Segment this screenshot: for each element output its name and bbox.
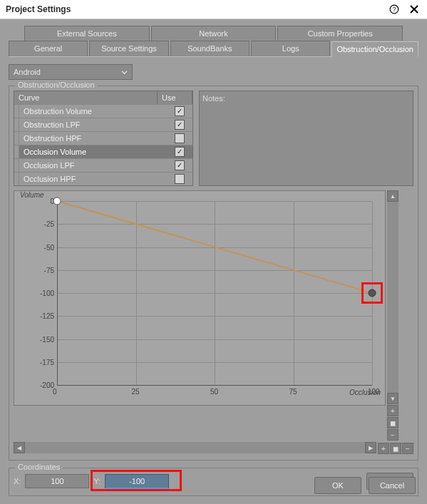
y-tick: -125	[40, 312, 54, 320]
y-tick: -100	[40, 289, 54, 297]
x-tick: 25	[132, 388, 140, 396]
section-legend: Obstruction/Occlusion	[15, 81, 98, 89]
y-tick: -175	[40, 359, 54, 366]
ok-button[interactable]: OK	[314, 477, 361, 494]
scroll-right-icon[interactable]: ▶	[365, 442, 376, 453]
cancel-button[interactable]: Cancel	[369, 477, 416, 494]
table-row[interactable]: Obstruction LPF	[14, 118, 192, 131]
row-handle[interactable]	[14, 159, 19, 172]
scroll-left-icon[interactable]: ◀	[14, 442, 25, 453]
y-axis-label: Volume	[20, 191, 44, 199]
use-checkbox[interactable]	[175, 160, 185, 170]
table-row[interactable]: Obstruction HPF	[14, 131, 192, 145]
scroll-down-icon[interactable]: ▼	[387, 393, 398, 404]
highlight-y-input	[91, 470, 182, 491]
x-tick: 75	[289, 388, 297, 396]
curve-graph[interactable]: VolumeOcclusion0-25-50-75-100-125-150-17…	[14, 190, 386, 406]
tab-external-sources[interactable]: External Sources	[24, 26, 150, 41]
close-icon[interactable]	[407, 2, 421, 16]
row-handle[interactable]	[14, 118, 19, 131]
x-tick: 50	[210, 388, 218, 396]
table-row[interactable]: Obstruction Volume	[14, 104, 192, 118]
obstruction-occlusion-section: Obstruction/Occlusion Curve Use Obstruct…	[9, 86, 418, 461]
zoom-out-h-icon[interactable]: −	[402, 443, 413, 454]
curve-name: Occlusion LPF	[19, 159, 167, 172]
table-row[interactable]: Occlusion Volume	[14, 145, 192, 158]
table-row[interactable]: Occlusion LPF	[14, 158, 192, 172]
tab-source-settings[interactable]: Source Settings	[89, 41, 168, 56]
y-tick: -150	[40, 336, 54, 344]
table-row[interactable]: Occlusion HPF	[14, 172, 192, 185]
notes-label: Notes:	[202, 94, 225, 103]
vscroll-track[interactable]	[387, 202, 398, 393]
help-icon[interactable]: ?	[387, 2, 401, 16]
chevron-down-icon	[121, 69, 128, 76]
scroll-up-icon[interactable]: ▲	[387, 190, 398, 202]
curve-table: Curve Use Obstruction VolumeObstruction …	[14, 91, 193, 186]
platform-dropdown-value: Android	[14, 68, 41, 76]
x-tick: 100	[368, 388, 380, 396]
curve-name: Occlusion Volume	[19, 145, 167, 158]
zoom-in-h-icon[interactable]: +	[378, 443, 389, 454]
curve-name: Obstruction HPF	[19, 132, 167, 145]
tab-obstruction-occlusion[interactable]: Obstruction/Occlusion	[331, 41, 418, 57]
use-checkbox[interactable]	[175, 106, 185, 116]
row-handle[interactable]	[14, 145, 19, 158]
notes-panel[interactable]: Notes:	[199, 91, 413, 186]
x-tick: 0	[53, 388, 57, 396]
curve-name: Obstruction Volume	[19, 105, 167, 118]
row-handle[interactable]	[14, 173, 19, 185]
tab-general[interactable]: General	[9, 41, 88, 56]
y-tick: -25	[44, 220, 54, 228]
use-checkbox[interactable]	[175, 120, 185, 130]
y-tick: -75	[44, 267, 54, 274]
col-curve[interactable]: Curve	[14, 91, 158, 104]
use-checkbox[interactable]	[175, 147, 185, 157]
zoom-in-v-icon[interactable]: +	[387, 405, 398, 416]
row-handle[interactable]	[14, 132, 19, 145]
zoom-fit-h-icon[interactable]: ◼	[390, 443, 401, 454]
y-tick: -200	[40, 381, 54, 389]
curve-point[interactable]	[53, 197, 61, 205]
use-checkbox[interactable]	[175, 133, 185, 143]
tab-soundbanks[interactable]: SoundBanks	[170, 41, 249, 56]
x-label: X:	[14, 477, 21, 485]
tab-logs[interactable]: Logs	[251, 41, 330, 56]
col-use[interactable]: Use	[158, 91, 192, 104]
tab-row-top: External Sources Network Custom Properti…	[24, 26, 403, 41]
hscroll-track[interactable]	[25, 442, 365, 453]
row-handle[interactable]	[14, 105, 19, 118]
curve-name: Occlusion HPF	[19, 173, 167, 185]
zoom-fit-v-icon[interactable]: ◼	[387, 417, 398, 428]
y-tick: -50	[44, 244, 54, 252]
curve-name: Obstruction LPF	[19, 118, 167, 131]
use-checkbox[interactable]	[175, 174, 185, 184]
tab-custom-properties[interactable]: Custom Properties	[277, 26, 403, 41]
zoom-out-v-icon[interactable]: −	[387, 429, 398, 441]
window-title: Project Settings	[6, 4, 387, 14]
highlight-selected-point	[361, 282, 383, 304]
svg-text:?: ?	[393, 6, 396, 13]
tab-row-bottom: General Source Settings SoundBanks Logs …	[9, 41, 418, 56]
platform-dropdown[interactable]: Android	[9, 64, 133, 80]
x-input[interactable]: 100	[25, 474, 89, 488]
tab-network[interactable]: Network	[151, 26, 277, 41]
coords-legend: Coordinates	[15, 463, 63, 471]
